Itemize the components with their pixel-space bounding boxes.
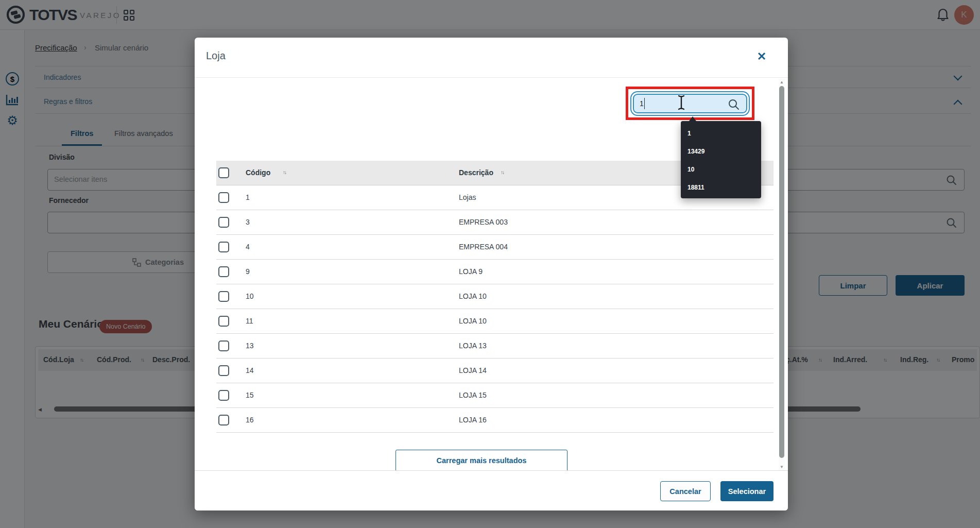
table-row[interactable]: 13 LOJA 13 — [216, 334, 773, 359]
ibeam-cursor — [676, 94, 686, 111]
row-code: 14 — [246, 366, 254, 374]
row-checkbox[interactable] — [218, 266, 229, 277]
close-icon[interactable]: ✕ — [754, 49, 769, 64]
dropdown-caret — [689, 116, 696, 121]
scrollbar-thumb[interactable] — [779, 86, 784, 458]
suggestion-item[interactable]: 18811 — [681, 179, 761, 197]
row-description: LOJA 10 — [459, 317, 487, 325]
row-checkbox[interactable] — [218, 316, 229, 327]
row-description: Lojas — [459, 193, 476, 201]
row-code: 16 — [246, 416, 254, 424]
row-description: EMPRESA 004 — [459, 243, 508, 251]
modal-scrollbar[interactable]: ▲ ▼ — [779, 79, 785, 470]
row-code: 3 — [246, 218, 250, 226]
table-row[interactable]: 16 LOJA 16 — [216, 408, 773, 433]
suggestion-item[interactable]: 1 — [681, 125, 761, 143]
screen: TOTVS VAREJO K $ ⚙ Precificação › — [0, 0, 980, 528]
table-row[interactable]: 3 EMPRESA 003 — [216, 210, 773, 235]
row-description: LOJA 13 — [459, 342, 487, 350]
row-code: 10 — [246, 292, 254, 300]
row-checkbox[interactable] — [218, 415, 229, 425]
sort-icon[interactable]: ↑↓ — [501, 169, 504, 175]
row-description: LOJA 9 — [459, 267, 483, 276]
sort-icon[interactable]: ↑↓ — [283, 169, 286, 175]
row-code: 9 — [246, 267, 250, 276]
row-description: LOJA 10 — [459, 292, 487, 300]
row-description: LOJA 14 — [459, 366, 487, 374]
row-checkbox[interactable] — [218, 390, 229, 401]
modal-title: Loja — [206, 50, 226, 62]
row-code: 13 — [246, 342, 254, 350]
table-row[interactable]: 15 LOJA 15 — [216, 383, 773, 408]
row-checkbox[interactable] — [218, 291, 229, 302]
search-icon[interactable] — [728, 98, 740, 111]
row-checkbox[interactable] — [218, 340, 229, 351]
select-all-checkbox[interactable] — [218, 167, 229, 178]
table-row[interactable]: 11 LOJA 10 — [216, 309, 773, 334]
table-row[interactable]: 10 LOJA 10 — [216, 284, 773, 309]
store-table: Código ↑↓ Descrição ↑↓ 1 Lojas 3 — [216, 161, 773, 433]
row-code: 1 — [246, 193, 250, 201]
row-code: 15 — [246, 391, 254, 399]
suggestion-item[interactable]: 13429 — [681, 143, 761, 161]
cancel-button[interactable]: Cancelar — [660, 481, 711, 501]
table-row[interactable]: 4 EMPRESA 004 — [216, 235, 773, 260]
scroll-up-icon[interactable]: ▲ — [779, 80, 784, 84]
text-caret — [644, 98, 645, 109]
row-checkbox[interactable] — [218, 365, 229, 376]
row-code: 4 — [246, 243, 250, 251]
table-row[interactable]: 14 LOJA 14 — [216, 359, 773, 383]
row-checkbox[interactable] — [218, 242, 229, 252]
search-suggestions-dropdown: 1 13429 10 18811 — [681, 121, 761, 198]
table-row[interactable]: 9 LOJA 9 — [216, 260, 773, 284]
row-checkbox[interactable] — [218, 217, 229, 228]
modal-search-input[interactable]: 1 — [633, 94, 747, 113]
suggestion-item[interactable]: 10 — [681, 161, 761, 179]
col-codigo[interactable]: Código — [246, 168, 270, 177]
select-button[interactable]: Selecionar — [720, 481, 773, 501]
modal-footer: Cancelar Selecionar — [195, 470, 788, 510]
row-description: LOJA 16 — [459, 416, 487, 424]
row-code: 11 — [246, 317, 253, 325]
scroll-down-icon[interactable]: ▼ — [779, 465, 784, 469]
row-checkbox[interactable] — [218, 192, 229, 203]
store-table-body: 1 Lojas 3 EMPRESA 003 4 EMPRESA 004 — [216, 185, 773, 433]
row-description: EMPRESA 003 — [459, 218, 508, 226]
col-descricao[interactable]: Descrição — [459, 168, 493, 177]
row-description: LOJA 15 — [459, 391, 487, 399]
search-value: 1 — [640, 99, 644, 108]
modal-header-divider — [195, 77, 788, 78]
